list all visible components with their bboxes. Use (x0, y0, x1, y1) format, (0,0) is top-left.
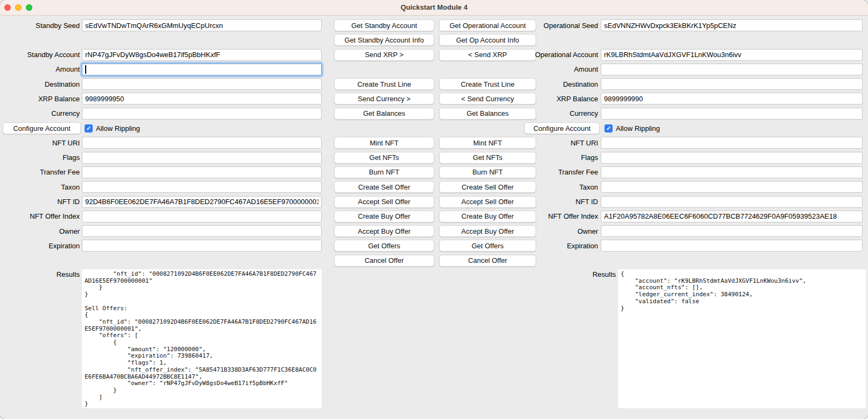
standby-burn-nft-button[interactable]: Burn NFT (334, 166, 434, 178)
standby-accept-buy-offer-button[interactable]: Accept Buy Offer (334, 225, 434, 237)
standby-currency-label: Currency (0, 109, 80, 117)
standby-flags-input[interactable] (82, 152, 322, 164)
op-expiration-input[interactable] (601, 240, 863, 252)
standby-transfer-fee-input[interactable] (82, 166, 322, 178)
op-owner-input[interactable] (601, 225, 863, 237)
standby-currency-input[interactable] (82, 108, 322, 120)
standby-currency-row: Currency (0, 108, 322, 120)
op-nft-id-row: NFT ID (523, 196, 868, 208)
op-nft-offer-index-input[interactable] (601, 211, 863, 222)
op-taxon-input[interactable] (601, 181, 863, 193)
op-allow-rippling-label: Allow Rippling (616, 124, 660, 132)
standby-results-label: Results (0, 269, 80, 278)
standby-panel: Standby Seed Standby Account Amount Dest… (0, 19, 322, 408)
checkmark-icon: ✓ (606, 125, 611, 131)
op-create-buy-offer-button[interactable]: Create Buy Offer (439, 211, 536, 222)
send-currency-right-button[interactable]: Send Currency > (334, 93, 434, 104)
op-flags-input[interactable] (601, 152, 863, 164)
standby-expiration-input[interactable] (82, 240, 322, 252)
standby-transfer-fee-row: Transfer Fee (0, 166, 322, 178)
op-amount-row: Amount (523, 64, 868, 75)
standby-seed-input[interactable] (82, 19, 322, 31)
standby-balance-label: XRP Balance (0, 95, 80, 103)
send-xrp-right-button[interactable]: Send XRP > (334, 49, 434, 61)
send-currency-left-button[interactable]: < Send Currency (439, 93, 536, 104)
op-create-sell-offer-button[interactable]: Create Sell Offer (439, 181, 536, 193)
standby-results-text[interactable]: "nft_id": "0008271092D4B6F0EE062DE7FA46A… (82, 269, 322, 408)
send-xrp-left-button[interactable]: < Send XRP (439, 49, 536, 61)
standby-transfer-fee-label: Transfer Fee (0, 168, 80, 176)
get-standby-account-info-button[interactable]: Get Standby Account Info (334, 34, 434, 46)
standby-destination-label: Destination (0, 80, 80, 88)
op-results-text[interactable]: { "account": "rK9LBRhStdmtAaVdJXGVF1LnKW… (618, 269, 866, 408)
standby-create-buy-offer-button[interactable]: Create Buy Offer (334, 211, 434, 222)
standby-nft-uri-label: NFT URI (0, 139, 80, 147)
op-destination-input[interactable] (601, 78, 863, 90)
standby-cancel-offer-button[interactable]: Cancel Offer (334, 255, 434, 267)
standby-nft-id-input[interactable] (82, 196, 322, 208)
operational-account-label: Operational Account (523, 51, 598, 59)
titlebar[interactable]: Quickstart Module 4 (0, 0, 868, 16)
get-op-account-info-button[interactable]: Get Op Account Info (439, 34, 536, 46)
op-accept-buy-offer-button[interactable]: Accept Buy Offer (439, 225, 536, 237)
standby-configure-account-button[interactable]: Configure Account (3, 122, 81, 134)
op-nft-uri-input[interactable] (601, 137, 863, 149)
op-mint-nft-button[interactable]: Mint NFT (439, 137, 536, 149)
op-owner-row: Owner (523, 225, 868, 237)
standby-allow-rippling-checkbox[interactable]: ✓ (85, 124, 93, 132)
standby-create-sell-offer-button[interactable]: Create Sell Offer (334, 181, 434, 193)
op-balance-label: XRP Balance (523, 95, 598, 103)
op-get-nfts-button[interactable]: Get NFTs (439, 152, 536, 164)
op-transfer-fee-input[interactable] (601, 166, 863, 178)
standby-nft-offer-index-label: NFT Offer Index (0, 212, 80, 220)
standby-get-nfts-button[interactable]: Get NFTs (334, 152, 434, 164)
standby-nft-offer-index-row: NFT Offer Index (0, 211, 322, 222)
op-configure-account-button[interactable]: Configure Account (524, 122, 600, 134)
spacer-row (523, 255, 868, 267)
standby-mint-nft-button[interactable]: Mint NFT (334, 137, 434, 149)
standby-owner-label: Owner (0, 227, 80, 235)
op-nft-id-input[interactable] (601, 196, 863, 208)
standby-flags-label: Flags (0, 153, 80, 162)
op-create-trust-line-button[interactable]: Create Trust Line (439, 78, 536, 90)
op-currency-row: Currency (523, 108, 868, 120)
operational-seed-label: Operational Seed (523, 22, 598, 30)
standby-nft-id-label: NFT ID (0, 198, 80, 206)
spacer-row (0, 34, 322, 46)
operational-seed-input[interactable] (601, 19, 863, 31)
standby-results-row: Results "nft_id": "0008271092D4B6F0EE062… (0, 269, 322, 408)
op-balance-input[interactable] (601, 93, 863, 104)
op-expiration-label: Expiration (523, 242, 598, 250)
op-nft-offer-index-row: NFT Offer Index (523, 211, 868, 222)
op-burn-nft-button[interactable]: Burn NFT (439, 166, 536, 178)
standby-amount-input[interactable] (82, 64, 322, 75)
op-get-offers-button[interactable]: Get Offers (439, 240, 536, 252)
standby-get-offers-button[interactable]: Get Offers (334, 240, 434, 252)
get-standby-account-button[interactable]: Get Standby Account (334, 19, 434, 31)
op-allow-rippling-checkbox[interactable]: ✓ (605, 124, 613, 132)
standby-expiration-label: Expiration (0, 242, 80, 250)
op-accept-sell-offer-button[interactable]: Accept Sell Offer (439, 196, 536, 208)
standby-account-input[interactable] (82, 49, 322, 61)
standby-destination-input[interactable] (82, 78, 322, 90)
standby-seed-label: Standby Seed (0, 22, 80, 30)
op-get-balances-button[interactable]: Get Balances (439, 108, 536, 120)
op-currency-input[interactable] (601, 108, 863, 120)
standby-create-trust-line-button[interactable]: Create Trust Line (334, 78, 434, 90)
op-seed-row: Operational Seed (523, 19, 868, 31)
standby-owner-input[interactable] (82, 225, 322, 237)
standby-expiration-row: Expiration (0, 240, 322, 252)
op-amount-input[interactable] (601, 64, 863, 75)
operational-account-input[interactable] (601, 49, 863, 61)
get-operational-account-button[interactable]: Get Operational Account (439, 19, 536, 31)
checkmark-icon: ✓ (86, 125, 91, 131)
standby-get-balances-button[interactable]: Get Balances (334, 108, 434, 120)
standby-taxon-input[interactable] (82, 181, 322, 193)
standby-balance-input[interactable] (82, 93, 322, 104)
standby-nft-uri-input[interactable] (82, 137, 322, 149)
standby-accept-sell-offer-button[interactable]: Accept Sell Offer (334, 196, 434, 208)
standby-nft-offer-index-input[interactable] (82, 211, 322, 222)
op-cancel-offer-button[interactable]: Cancel Offer (439, 255, 536, 267)
standby-account-label: Standby Account (0, 51, 80, 59)
op-nft-offer-index-label: NFT Offer Index (523, 212, 598, 220)
